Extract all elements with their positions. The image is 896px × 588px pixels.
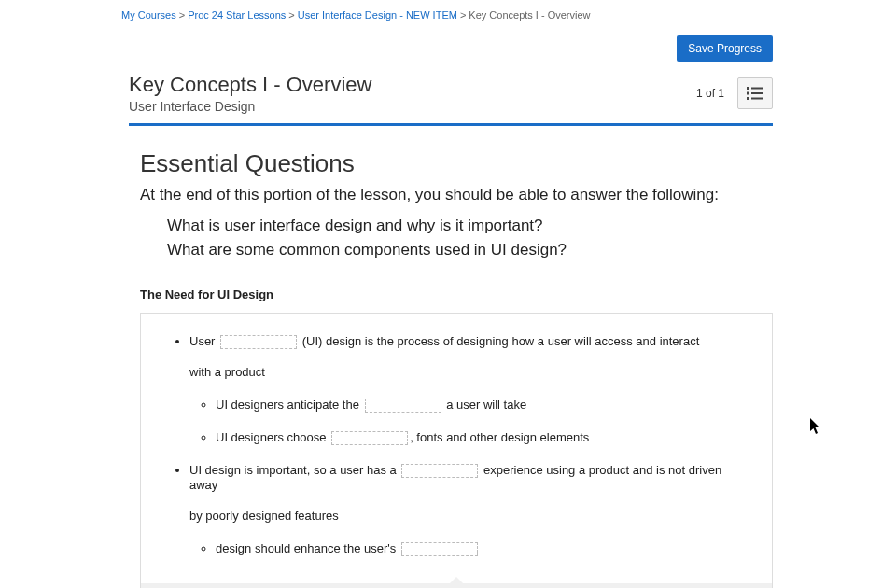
fill-blank-activity: User (UI) design is the process of desig… <box>140 313 773 588</box>
essential-intro: At the end of this portion of the lesson… <box>140 186 773 204</box>
breadcrumb-link[interactable]: User Interface Design - NEW ITEM <box>298 9 457 21</box>
activity-line: UI design is important, so a user has a … <box>189 463 753 558</box>
activity-line: User (UI) design is the process of desig… <box>189 334 753 446</box>
word-bank: positive Interface experience actions co… <box>141 583 772 588</box>
page-title: Key Concepts I - Overview <box>129 73 371 97</box>
page-count: 1 of 1 <box>696 87 724 100</box>
blank-dropzone[interactable] <box>365 399 441 413</box>
page-subtitle: User Interface Design <box>129 99 371 114</box>
svg-rect-0 <box>747 87 749 90</box>
essential-questions-heading: Essential Questions <box>140 149 773 178</box>
activity-sub-line: UI designers anticipate the a user will … <box>216 398 753 413</box>
essential-question: What are some common components used in … <box>167 238 773 262</box>
list-icon <box>747 87 763 100</box>
svg-rect-4 <box>747 97 749 100</box>
contents-button[interactable] <box>737 77 773 109</box>
activity-sub-line: design should enhance the user's <box>216 541 753 557</box>
svg-rect-3 <box>751 92 763 94</box>
blank-dropzone[interactable] <box>401 464 478 478</box>
essential-question: What is user interface design and why is… <box>167 214 773 238</box>
svg-rect-2 <box>747 92 749 95</box>
activity-sub-line: UI designers choose , fonts and other de… <box>216 430 753 446</box>
blank-dropzone[interactable] <box>331 431 408 445</box>
save-progress-button[interactable]: Save Progress <box>677 35 773 62</box>
section-heading: The Need for UI Design <box>140 287 773 301</box>
breadcrumb: My Courses>Proc 24 Star Lessons>User Int… <box>0 0 896 30</box>
breadcrumb-current: Key Concepts I - Overview <box>469 9 590 21</box>
blank-dropzone[interactable] <box>401 542 478 556</box>
svg-rect-5 <box>751 98 763 100</box>
breadcrumb-link[interactable]: My Courses <box>121 9 176 21</box>
svg-rect-1 <box>751 88 763 90</box>
blank-dropzone[interactable] <box>220 335 297 349</box>
breadcrumb-link[interactable]: Proc 24 Star Lessons <box>188 9 286 21</box>
